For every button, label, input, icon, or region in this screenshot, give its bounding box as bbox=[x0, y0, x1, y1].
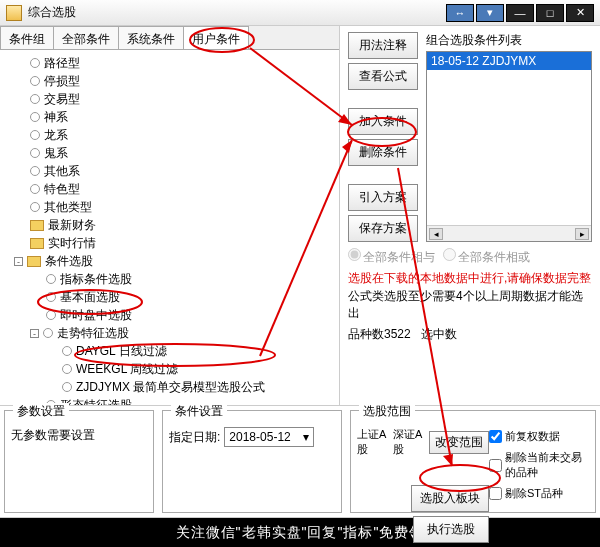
tab-usercond[interactable]: 用户条件 bbox=[183, 26, 249, 49]
import-plan-button[interactable]: 引入方案 bbox=[348, 184, 418, 211]
tree-item[interactable]: 特色型 bbox=[44, 180, 80, 198]
key-icon bbox=[30, 148, 40, 158]
hint-info: 公式类选股至少需要4个以上周期数据才能选出 bbox=[348, 288, 592, 322]
tree-folder[interactable]: 实时行情 bbox=[48, 234, 96, 252]
tree-item[interactable]: 基本面选股 bbox=[60, 288, 120, 306]
tree-item[interactable]: 路径型 bbox=[44, 54, 80, 72]
cond-list[interactable]: 18-05-12 ZJDJYMX ◂ ▸ bbox=[426, 51, 592, 242]
scroll-left-icon[interactable]: ◂ bbox=[429, 228, 443, 240]
tree-item[interactable]: ZJDJYMX 最简单交易模型选股公式 bbox=[76, 378, 265, 396]
tree-item[interactable]: 形态特征选股 bbox=[60, 396, 132, 405]
key-icon bbox=[30, 130, 40, 140]
to-block-button[interactable]: 选股入板块 bbox=[411, 485, 489, 512]
group-range: 选股范围 上证A股 深证A股 改变范围 选股入板块 执行选股 前复权数据 剔除当… bbox=[350, 410, 596, 513]
key-icon bbox=[62, 382, 72, 392]
tab-syscond[interactable]: 系统条件 bbox=[118, 26, 184, 49]
tree-item[interactable]: 交易型 bbox=[44, 90, 80, 108]
add-cond-button[interactable]: 加入条件 bbox=[348, 108, 418, 135]
radio-or[interactable]: 全部条件相或 bbox=[443, 248, 530, 266]
key-icon bbox=[30, 58, 40, 68]
radio-and[interactable]: 全部条件相与 bbox=[348, 248, 435, 266]
tree-item[interactable]: 龙系 bbox=[44, 126, 68, 144]
tree-item[interactable]: 神系 bbox=[44, 108, 68, 126]
tree-item[interactable]: 指标条件选股 bbox=[60, 270, 132, 288]
key-icon bbox=[30, 166, 40, 176]
scroll-right-icon[interactable]: ▸ bbox=[575, 228, 589, 240]
market-label: 深证A股 bbox=[393, 427, 425, 457]
run-button[interactable]: 执行选股 bbox=[413, 516, 489, 543]
chk-st[interactable]: 剔除ST品种 bbox=[489, 486, 563, 501]
tree-item[interactable]: 其他系 bbox=[44, 162, 80, 180]
key-icon bbox=[46, 292, 56, 302]
key-icon bbox=[30, 202, 40, 212]
key-icon bbox=[30, 184, 40, 194]
chk-stop[interactable]: 剔除当前未交易的品种 bbox=[489, 450, 589, 480]
maximize-button[interactable]: □ bbox=[536, 4, 564, 22]
close-button[interactable]: ✕ bbox=[566, 4, 594, 22]
key-icon bbox=[62, 364, 72, 374]
tree[interactable]: 路径型 停损型 交易型 神系 龙系 鬼系 其他系 特色型 其他类型 最新财务 实… bbox=[0, 50, 339, 405]
tree-item[interactable]: 停损型 bbox=[44, 72, 80, 90]
winbtn-extra2[interactable]: ▾ bbox=[476, 4, 504, 22]
list-item[interactable]: 18-05-12 ZJDJYMX bbox=[427, 52, 591, 70]
minimize-button[interactable]: — bbox=[506, 4, 534, 22]
key-icon bbox=[30, 112, 40, 122]
usage-button[interactable]: 用法注释 bbox=[348, 32, 418, 59]
tabs: 条件组 全部条件 系统条件 用户条件 bbox=[0, 26, 339, 50]
date-label: 指定日期: bbox=[169, 429, 220, 446]
folder-icon bbox=[30, 220, 44, 231]
collapse-icon[interactable]: - bbox=[30, 329, 39, 338]
change-range-button[interactable]: 改变范围 bbox=[429, 431, 489, 454]
tab-condgroup[interactable]: 条件组 bbox=[0, 26, 54, 49]
scrollbar-x[interactable]: ◂ ▸ bbox=[427, 225, 591, 241]
group-cond: 条件设置 指定日期: 2018-05-12 ▾ bbox=[162, 410, 342, 513]
view-formula-button[interactable]: 查看公式 bbox=[348, 63, 418, 90]
winbtn-extra1[interactable]: ↔ bbox=[446, 4, 474, 22]
key-icon bbox=[46, 310, 56, 320]
folder-icon bbox=[30, 238, 44, 249]
folder-icon bbox=[27, 256, 41, 267]
key-icon bbox=[30, 94, 40, 104]
market-label: 上证A股 bbox=[357, 427, 389, 457]
param-text: 无参数需要设置 bbox=[11, 427, 147, 444]
titlebar: 综合选股 ↔ ▾ — □ ✕ bbox=[0, 0, 600, 26]
key-icon bbox=[30, 76, 40, 86]
save-plan-button[interactable]: 保存方案 bbox=[348, 215, 418, 242]
group-param: 参数设置 无参数需要设置 bbox=[4, 410, 154, 513]
tree-item[interactable]: WEEKGL 周线过滤 bbox=[76, 360, 178, 378]
tree-item[interactable]: 走势特征选股 bbox=[57, 324, 129, 342]
tab-allcond[interactable]: 全部条件 bbox=[53, 26, 119, 49]
bottom-panels: 参数设置 无参数需要设置 条件设置 指定日期: 2018-05-12 ▾ 选股范… bbox=[0, 406, 600, 518]
key-icon bbox=[62, 346, 72, 356]
app-icon bbox=[6, 5, 22, 21]
tree-item[interactable]: 其他类型 bbox=[44, 198, 92, 216]
tree-folder[interactable]: 条件选股 bbox=[45, 252, 93, 270]
right-pane: 用法注释 查看公式 加入条件 删除条件 引入方案 保存方案 组合选股条件列表 1… bbox=[340, 26, 600, 405]
list-label: 组合选股条件列表 bbox=[426, 32, 592, 49]
tree-folder[interactable]: 最新财务 bbox=[48, 216, 96, 234]
date-input[interactable]: 2018-05-12 ▾ bbox=[224, 427, 314, 447]
chevron-down-icon[interactable]: ▾ bbox=[303, 430, 309, 444]
key-icon bbox=[43, 328, 53, 338]
collapse-icon[interactable]: - bbox=[14, 257, 23, 266]
hint-red: 选股在下载的本地数据中进行,请确保数据完整 bbox=[348, 270, 592, 286]
count-row: 品种数3522 选中数 bbox=[348, 326, 592, 343]
tree-item[interactable]: 即时盘中选股 bbox=[60, 306, 132, 324]
key-icon bbox=[46, 274, 56, 284]
chk-fq[interactable]: 前复权数据 bbox=[489, 429, 560, 444]
left-pane: 条件组 全部条件 系统条件 用户条件 路径型 停损型 交易型 神系 龙系 鬼系 … bbox=[0, 26, 340, 405]
tree-item[interactable]: DAYGL 日线过滤 bbox=[76, 342, 167, 360]
window-title: 综合选股 bbox=[28, 4, 76, 21]
tree-item[interactable]: 鬼系 bbox=[44, 144, 68, 162]
del-cond-button[interactable]: 删除条件 bbox=[348, 139, 418, 166]
